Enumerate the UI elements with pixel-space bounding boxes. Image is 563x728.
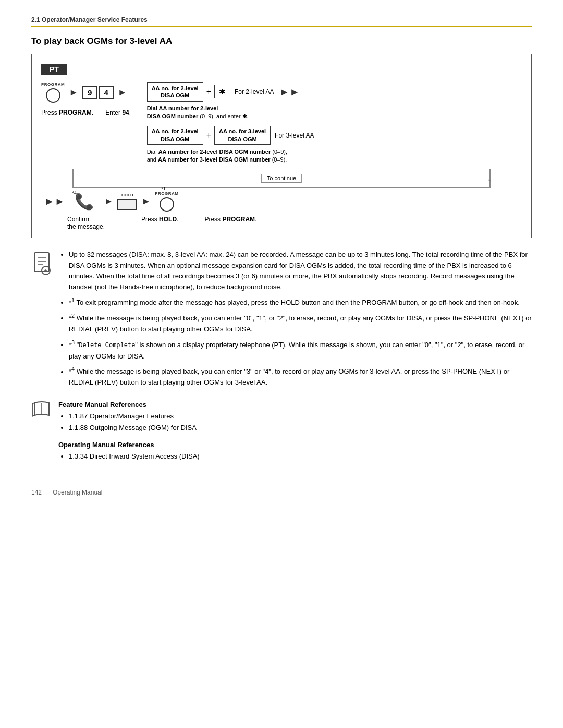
section-title: To play back OGMs for 3-level AA	[31, 36, 532, 46]
superscript-4: *4	[72, 190, 77, 195]
op-ref-1: 1.3.34 Direct Inward System Access (DISA…	[69, 451, 532, 462]
page: 2.1 Operator/Manager Service Features To…	[0, 0, 563, 728]
caption-program-item: Press PROGRAM.	[204, 216, 256, 223]
for-2level-text: For 2-level AA	[235, 88, 274, 95]
arrow1: ►	[69, 87, 78, 98]
handset-icon: 📞	[75, 192, 94, 211]
program-label2: PROGRAM	[155, 191, 178, 196]
for-3level-text: For 3-level AA	[275, 132, 314, 139]
superscript-1: *1	[161, 186, 166, 191]
caption-row: Confirm the message. Press HOLD. Press P…	[41, 216, 522, 230]
arrow-double-left: ►►	[44, 195, 65, 207]
caption-program-bold: PROGRAM	[222, 216, 255, 223]
caption-hold-text: Press HOLD.	[141, 216, 178, 223]
delete-complete-code: Delete Complete	[79, 342, 135, 349]
arrow3: ►	[104, 196, 114, 207]
btn-4: 4	[99, 86, 113, 99]
caption-hold-bold: HOLD	[159, 216, 177, 223]
arrow-double: ►►	[279, 86, 300, 98]
note-2: *1 To exit programming mode after the me…	[69, 296, 532, 309]
up-arrow: ↑	[487, 176, 492, 187]
note-1: Up to 32 messages (DISA: max. 8, 3-level…	[69, 250, 532, 293]
program-label: PROGRAM	[41, 82, 65, 87]
bottom-diagram-row: ►► *4 📞 ► HOLD ► *1 PROGRAM	[41, 191, 522, 212]
feature-refs-list: 1.1.87 Operator/Manager Features 1.1.88 …	[58, 411, 532, 434]
op-refs-list: 1.3.34 Direct Inward System Access (DISA…	[58, 451, 532, 462]
continue-left-vert	[72, 169, 74, 188]
right-2level-row: AA no. for 2-levelDISA OGM + ✱ For 2-lev…	[147, 82, 522, 102]
continue-label: To continue	[261, 174, 302, 183]
ref-icon	[31, 401, 52, 421]
top-header: 2.1 Operator/Manager Service Features	[31, 16, 532, 27]
note-4: *3 "Delete Complete" is shown on a displ…	[69, 338, 532, 362]
feature-ref-1: 1.1.87 Operator/Manager Features	[69, 411, 532, 422]
footer-manual: Operating Manual	[53, 489, 102, 496]
op-refs-section: Operating Manual References 1.3.34 Direc…	[58, 441, 532, 462]
continue-area: To continue ↑	[41, 169, 522, 188]
program-circle2	[160, 197, 174, 212]
notes-section: Up to 32 messages (DISA: max. 8, 3-level…	[31, 250, 532, 391]
notes-content: Up to 32 messages (DISA: max. 8, 3-level…	[59, 250, 532, 391]
caption-confirm-text: Confirm	[67, 216, 89, 223]
dial-aa-bold: Dial AA number for 2-level	[147, 105, 218, 112]
diagram-box: PT PROGRAM ► 9 4 ► Press PROGRAM.	[31, 54, 532, 238]
hold-label: HOLD	[121, 193, 133, 198]
notes-list: Up to 32 messages (DISA: max. 8, 3-level…	[59, 250, 532, 388]
program-button: PROGRAM	[41, 82, 65, 103]
diagram-left: PROGRAM ► 9 4 ► Press PROGRAM. Enter 94.	[41, 82, 131, 116]
program-circle	[46, 88, 60, 103]
aa-2level-box: AA no. for 2-levelDISA OGM	[147, 82, 203, 102]
handset-area: *4 📞	[75, 192, 94, 211]
right-3level-desc: Dial AA number for 2-level DISA OGM numb…	[147, 148, 522, 164]
footer-divider	[47, 488, 47, 497]
feature-refs-title: Feature Manual References	[58, 401, 532, 409]
caption-program-text: Press PROGRAM.	[204, 216, 256, 223]
plus2: +	[206, 131, 211, 140]
note-5: *4 While the message is being played bac…	[69, 365, 532, 388]
hold-rect	[117, 199, 137, 210]
diagram-left-row1: PROGRAM ► 9 4 ►	[41, 82, 131, 103]
op-refs-title: Operating Manual References	[58, 441, 532, 449]
hold-button-area: HOLD	[117, 193, 137, 210]
feature-refs-section: Feature Manual References 1.1.87 Operato…	[31, 401, 532, 434]
continue-h-line	[72, 187, 491, 188]
right-2level-desc: Dial AA number for 2-level DISA OGM numb…	[147, 105, 522, 121]
star-box: ✱	[214, 85, 230, 98]
press-program-text: Press	[41, 109, 59, 116]
caption-confirm: Confirm the message.	[67, 216, 105, 230]
pt-label: PT	[41, 64, 67, 75]
disa-ogm-rest: (0–9), and enter ✱.	[198, 113, 248, 119]
footer: 142 Operating Manual	[31, 484, 532, 497]
note-icon	[31, 251, 52, 391]
enter-bold: 94	[122, 109, 129, 116]
note-3: *2 While the message is being played bac…	[69, 312, 532, 335]
press-program-bold: PROGRAM	[59, 109, 92, 116]
arrow2: ►	[118, 87, 127, 98]
footer-page: 142	[31, 489, 42, 496]
section-label: 2.1 Operator/Manager Service Features	[31, 16, 148, 23]
btn-9: 9	[82, 86, 97, 99]
enter-period: .	[129, 109, 131, 116]
disa-ogm-bold: DISA OGM number	[147, 113, 199, 119]
enter-text-label: Enter	[105, 109, 122, 116]
diagram-upper: PROGRAM ► 9 4 ► Press PROGRAM. Enter 94.	[41, 82, 522, 164]
program2-area: *1 PROGRAM	[155, 191, 178, 212]
feature-refs-content: Feature Manual References 1.1.87 Operato…	[58, 401, 532, 434]
feature-ref-2: 1.1.88 Outgoing Message (OGM) for DISA	[69, 422, 532, 434]
diagram-right-panel: AA no. for 2-levelDISA OGM + ✱ For 2-lev…	[147, 82, 522, 164]
aa-3level-box: AA no. for 3-levelDISA OGM	[214, 126, 271, 145]
arrow4: ►	[141, 196, 151, 207]
plus1: +	[206, 87, 211, 96]
enter-text: Press PROGRAM. Enter 94.	[41, 109, 131, 116]
aa-2level-box2: AA no. for 2-levelDISA OGM	[147, 126, 203, 145]
program-btn2: PROGRAM	[155, 191, 178, 212]
caption-confirm-text2: the message.	[67, 223, 105, 230]
caption-hold-item: Press HOLD.	[141, 216, 178, 223]
right-3level-row: AA no. for 2-levelDISA OGM + AA no. for …	[147, 126, 522, 145]
